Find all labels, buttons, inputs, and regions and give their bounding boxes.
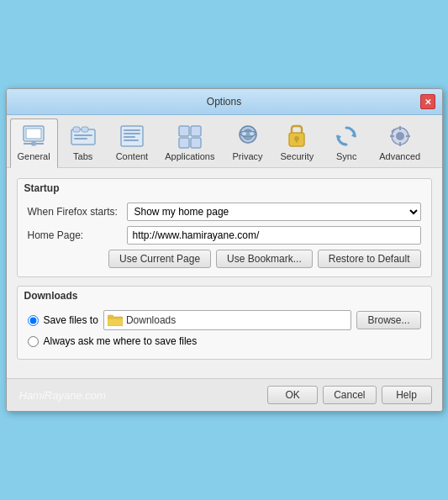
homepage-input[interactable] — [127, 226, 421, 245]
tab-general-label: General — [18, 151, 50, 161]
svg-rect-33 — [399, 142, 401, 146]
tab-tabs[interactable]: Tabs — [60, 118, 107, 167]
help-button[interactable]: Help — [382, 386, 432, 404]
restore-default-button[interactable]: Restore to Default — [318, 250, 421, 268]
save-files-row: Save files to Downloads Browse... — [28, 310, 421, 330]
svg-rect-34 — [390, 135, 394, 137]
svg-rect-13 — [124, 136, 135, 138]
svg-rect-35 — [406, 135, 410, 137]
applications-icon — [177, 123, 203, 150]
security-icon — [283, 123, 310, 150]
save-files-label: Save files to — [44, 314, 98, 326]
svg-rect-11 — [124, 129, 140, 131]
advanced-icon — [387, 123, 414, 150]
svg-point-23 — [250, 132, 254, 135]
svg-rect-17 — [179, 138, 189, 148]
tab-advanced[interactable]: Advanced — [372, 118, 428, 167]
svg-rect-6 — [73, 127, 80, 132]
content-icon — [119, 123, 145, 150]
svg-rect-9 — [74, 138, 87, 139]
main-content: Startup When Firefox starts: Show my hom… — [7, 168, 442, 378]
tab-content-label: Content — [116, 151, 149, 161]
startup-row: When Firefox starts: Show my home page — [28, 203, 421, 221]
svg-point-31 — [396, 132, 404, 140]
startup-section-content: When Firefox starts: Show my home page H… — [18, 197, 431, 276]
svg-rect-14 — [124, 139, 139, 141]
tab-security[interactable]: Security — [273, 118, 322, 167]
always-ask-radio[interactable] — [28, 336, 39, 347]
svg-rect-8 — [74, 134, 92, 136]
homepage-label: Home Page: — [28, 229, 120, 241]
tab-sync[interactable]: Sync — [323, 118, 370, 167]
browse-button[interactable]: Browse... — [356, 311, 420, 329]
tab-privacy-label: Privacy — [232, 151, 262, 161]
downloads-section-title: Downloads — [18, 287, 431, 305]
startup-section: Startup When Firefox starts: Show my hom… — [17, 178, 432, 277]
options-dialog: Options ✕ General — [6, 88, 443, 412]
startup-dropdown[interactable]: Show my home page — [127, 203, 421, 221]
title-bar: Options ✕ — [7, 89, 442, 115]
ok-button[interactable]: OK — [267, 386, 318, 404]
svg-rect-1 — [26, 129, 41, 139]
privacy-icon — [235, 123, 261, 150]
general-icon — [20, 123, 47, 150]
window-title: Options — [29, 96, 420, 108]
svg-rect-32 — [399, 126, 401, 130]
svg-rect-12 — [124, 133, 140, 134]
svg-point-22 — [242, 132, 246, 135]
cancel-button[interactable]: Cancel — [323, 386, 376, 404]
save-files-radio[interactable] — [28, 315, 39, 326]
tab-tabs-label: Tabs — [73, 151, 92, 161]
tabs-icon — [70, 123, 97, 150]
startup-section-title: Startup — [18, 179, 431, 197]
downloads-section: Downloads Save files to Do — [17, 286, 432, 360]
svg-rect-7 — [82, 127, 88, 132]
use-bookmark-button[interactable]: Use Bookmark... — [216, 250, 313, 268]
homepage-buttons: Use Current Page Use Bookmark... Restore… — [28, 250, 421, 268]
downloads-section-content: Save files to Downloads Browse... — [18, 305, 431, 359]
svg-rect-3 — [32, 142, 35, 145]
tab-general[interactable]: General — [10, 118, 58, 168]
downloads-folder-display: Downloads — [103, 310, 352, 330]
close-button[interactable]: ✕ — [420, 94, 435, 109]
tab-security-label: Security — [281, 151, 314, 161]
svg-rect-18 — [191, 138, 201, 148]
svg-rect-15 — [179, 126, 189, 136]
toolbar: General Tabs — [7, 115, 442, 168]
svg-rect-16 — [191, 126, 201, 136]
folder-icon — [108, 314, 123, 326]
sync-icon — [333, 123, 360, 150]
tab-applications[interactable]: Applications — [157, 118, 222, 167]
downloads-folder-name: Downloads — [126, 314, 176, 326]
tab-sync-label: Sync — [336, 151, 356, 161]
watermark: HamiRayane.com — [19, 389, 106, 402]
always-ask-label: Always ask me where to save files — [44, 335, 198, 347]
always-ask-row: Always ask me where to save files — [28, 335, 421, 347]
tab-applications-label: Applications — [165, 151, 214, 161]
tab-privacy[interactable]: Privacy — [224, 118, 271, 167]
tab-advanced-label: Advanced — [379, 151, 420, 161]
svg-rect-27 — [296, 139, 298, 143]
use-current-page-button[interactable]: Use Current Page — [108, 250, 211, 268]
homepage-row: Home Page: — [28, 226, 421, 245]
when-label: When Firefox starts: — [28, 206, 120, 218]
tab-content[interactable]: Content — [108, 118, 156, 167]
